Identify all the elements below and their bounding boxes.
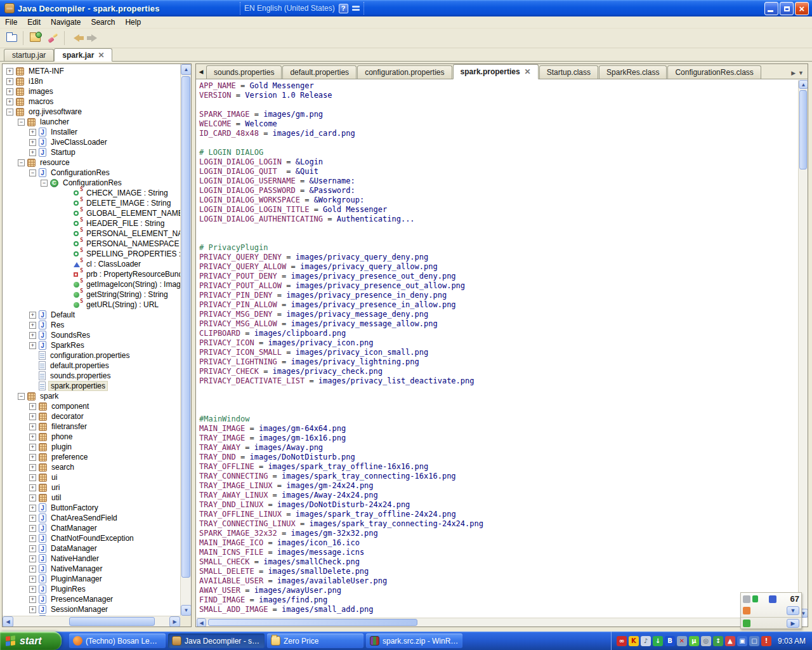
expand-icon[interactable]: + [29, 545, 36, 552]
collapse-icon[interactable]: − [29, 169, 36, 176]
tree-item-JiveClassLoader[interactable]: +JJiveClassLoader [4, 137, 180, 147]
expand-icon[interactable]: + [6, 88, 13, 95]
tree-item-PluginManager[interactable]: +JPluginManager [4, 574, 180, 584]
tree-item-getString(String)[interactable]: SgetString(String) : String [4, 289, 180, 300]
menu-search[interactable]: Search [86, 17, 120, 27]
graph-icon[interactable]: ▲ [725, 636, 735, 646]
tree-item-SPELLING_PROPERTIES[interactable]: SSPELLING_PROPERTIES : String [4, 249, 180, 259]
expand-icon[interactable]: + [29, 576, 36, 583]
expand-icon[interactable]: + [29, 515, 36, 522]
tree-item-launcher[interactable]: −launcher [4, 117, 180, 127]
tree-item-GLOBAL_ELEMENT_NAME[interactable]: SGLOBAL_ELEMENT_NAME : String [4, 208, 180, 218]
tree-item-component[interactable]: +component [4, 401, 180, 411]
language-help-button[interactable]: ? [339, 4, 348, 13]
tree-item-HEADER_FILE[interactable]: SHEADER_FILE : String [4, 218, 180, 229]
menu-navigate[interactable]: Navigate [46, 17, 86, 27]
expand-icon[interactable]: + [29, 403, 36, 410]
expand-icon[interactable]: + [29, 139, 36, 146]
collapse-icon[interactable]: − [18, 119, 25, 126]
open-file-button[interactable] [3, 30, 20, 46]
expand-icon[interactable]: + [29, 484, 36, 491]
monitor-icon[interactable]: □ [749, 636, 759, 646]
tab-scroll-right-button[interactable]: ▶ [791, 70, 796, 76]
tree-item-PERSONAL_NAMESPACE[interactable]: SPERSONAL_NAMESPACE : String [4, 239, 180, 249]
expand-icon[interactable]: + [29, 342, 36, 349]
minimize-button[interactable] [764, 2, 778, 15]
restore-button[interactable] [780, 2, 794, 15]
content-tab-configuration.properties[interactable]: configuration.properties [357, 65, 452, 79]
language-bar[interactable]: EN English (United States) ? [240, 2, 364, 15]
expand-icon[interactable]: + [29, 322, 36, 329]
expand-icon[interactable]: + [29, 332, 36, 339]
task-button-4[interactable]: spark.src.zip - WinRAR [366, 633, 462, 648]
tree-item-ChatManager[interactable]: +JChatManager [4, 523, 180, 533]
menu-edit[interactable]: Edit [22, 17, 46, 27]
tree-item-ConfigurationRes[interactable]: −JConfigurationRes [4, 168, 180, 178]
security-shield-icon[interactable]: ! [761, 636, 771, 646]
content-tab-default.properties[interactable]: default.properties [282, 65, 357, 79]
link-icon[interactable]: ∞ [617, 636, 627, 646]
collapse-icon[interactable]: − [18, 159, 25, 166]
start-button[interactable]: start [0, 632, 62, 650]
tree-vertical-scrollbar[interactable]: ▲ ▼ [180, 64, 191, 616]
tree-item-PresenceManager[interactable]: +JPresenceManager [4, 594, 180, 604]
content-tab-SparkRes.class[interactable]: SparkRes.class [599, 65, 667, 79]
back-button[interactable] [67, 30, 85, 46]
expand-icon[interactable]: + [29, 434, 36, 441]
tree-item-phone[interactable]: +phone [4, 432, 180, 442]
close-tab-icon[interactable]: ✕ [98, 52, 104, 58]
expand-icon[interactable]: + [29, 444, 36, 451]
tree-item-preference[interactable]: +preference [4, 452, 180, 462]
tree-item-macros[interactable]: +macros [4, 96, 180, 107]
scroll-up-button[interactable]: ▲ [799, 80, 808, 89]
tree-hscroll-thumb[interactable] [69, 617, 155, 626]
close-button[interactable]: × [795, 2, 809, 15]
sync-icon[interactable]: ↕ [713, 636, 723, 646]
tree-item-decorator[interactable]: +decorator [4, 411, 180, 421]
tree-item-Res[interactable]: +JRes [4, 320, 180, 330]
tree-item-ButtonFactory[interactable]: +JButtonFactory [4, 503, 180, 513]
scroll-right-button[interactable]: ▶ [169, 616, 180, 627]
tree-item-Default[interactable]: +JDefault [4, 310, 180, 320]
tree-item-plugin[interactable]: +plugin [4, 442, 180, 452]
expand-icon[interactable]: + [29, 606, 36, 613]
expand-icon[interactable]: + [6, 98, 13, 105]
widget-collapse-button[interactable]: ▼ [787, 606, 799, 615]
close-tab-icon[interactable]: ✕ [525, 69, 531, 75]
task-button-1[interactable]: (Techno) Bosan Lemo... [69, 633, 166, 648]
tree-item-search[interactable]: +search [4, 462, 180, 472]
expand-icon[interactable]: + [29, 474, 36, 481]
tab-scroll-left-button[interactable]: ◀ [196, 65, 206, 79]
tree-item-Installer[interactable]: +JInstaller [4, 127, 180, 137]
tree-vscroll-thumb[interactable] [181, 76, 190, 578]
tree-item-ChatNotFoundException[interactable]: +JChatNotFoundException [4, 533, 180, 543]
tree-item-prb[interactable]: Sprb : PropertyResourceBundle [4, 269, 180, 279]
collapse-icon[interactable]: − [41, 180, 48, 187]
jar-tab-spark.jar[interactable]: spark.jar✕ [54, 48, 112, 62]
content-tab-sounds.properties[interactable]: sounds.properties [206, 65, 282, 79]
display-error-icon[interactable]: ✕ [677, 636, 687, 646]
expand-icon[interactable]: + [29, 413, 36, 420]
content-tab-Startup.class[interactable]: Startup.class [539, 65, 598, 79]
editor-vertical-scrollbar[interactable]: ▲ ▼ [798, 80, 808, 618]
tree-item-Startup[interactable]: +JStartup [4, 147, 180, 157]
tree-item-SessionManager[interactable]: +JSessionManager [4, 604, 180, 614]
antivirus-icon[interactable]: K [629, 636, 639, 646]
expand-icon[interactable]: + [29, 566, 36, 573]
tree-item-configuration.properties[interactable]: configuration.properties [4, 350, 180, 361]
jar-tab-startup.jar[interactable]: startup.jar [4, 49, 54, 61]
network-icon[interactable]: ▣ [737, 636, 747, 646]
expand-icon[interactable]: + [29, 505, 36, 512]
tree-item-NativeManager[interactable]: +JNativeManager [4, 564, 180, 574]
expand-icon[interactable]: + [29, 596, 36, 603]
tree-item-default.properties[interactable]: default.properties [4, 361, 180, 371]
tree-horizontal-scrollbar[interactable]: ◀ ▶ [3, 616, 180, 627]
download-mini-widget[interactable]: 67 ▼ ▶ [740, 592, 802, 629]
volume-icon[interactable]: ♪ [641, 636, 651, 646]
tree-item-CHECK_IMAGE[interactable]: SCHECK_IMAGE : String [4, 188, 180, 198]
expand-icon[interactable]: + [6, 68, 13, 75]
tree-item-PluginRes[interactable]: +JPluginRes [4, 584, 180, 594]
tree-item-ChatAreaSendField[interactable]: +JChatAreaSendField [4, 513, 180, 523]
expand-icon[interactable]: + [29, 494, 36, 501]
scroll-down-button[interactable]: ▼ [181, 605, 192, 616]
